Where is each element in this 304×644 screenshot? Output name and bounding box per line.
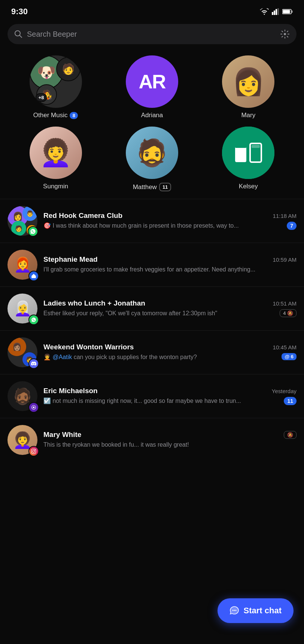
svg-rect-14 — [252, 145, 260, 148]
chat-list: 👩 👨 🧑 +8 Red Hook Camera Club 11:18 AM 🎯… — [0, 199, 304, 462]
wonton-badge: @ 6 — [282, 353, 297, 360]
status-bar: 9:30 — [0, 0, 304, 20]
svg-line-8 — [19, 35, 22, 37]
kelsey-label: Kelsey — [239, 183, 258, 190]
stories-row-1: 🐶 🧑 🧑‍🎤 +8 Other Music 8 AR Adriana — [0, 52, 304, 127]
settings-icon[interactable] — [280, 29, 290, 39]
mary-white-content: Mary White 🔕 This is the ryokan we booke… — [43, 431, 297, 449]
stories-row-2: 👩‍🦱 Sungmin 🧔 Matthew 11 — [0, 127, 304, 199]
chat-item-wonton[interactable]: 👩🏽 🧑 Weekend Wonton Warriors 10:45 AM 🧑‍… — [0, 330, 304, 374]
ladies-whatsapp-icon — [28, 315, 39, 325]
stephanie-name: Stephanie Mead — [43, 255, 98, 264]
search-icon — [14, 30, 22, 38]
start-chat-label: Start chat — [244, 606, 282, 616]
status-icons — [260, 8, 293, 15]
status-time: 9:30 — [11, 7, 28, 16]
svg-point-15 — [33, 407, 35, 408]
battery-icon — [282, 9, 293, 15]
wifi-icon — [260, 8, 269, 15]
wonton-name: Weekend Wonton Warriors — [43, 343, 134, 351]
story-sungmin[interactable]: 👩‍🦱 Sungmin — [26, 127, 86, 190]
mary-avatar: 👩 — [222, 55, 274, 108]
svg-point-19 — [232, 610, 233, 611]
red-hook-name: Red Hook Camera Club — [43, 212, 122, 220]
svg-rect-2 — [276, 9, 277, 15]
eric-badge: 11 — [284, 397, 297, 405]
mary-label: Mary — [241, 112, 255, 119]
mary-white-avatar-wrapper: 👩‍🦱 — [7, 425, 37, 455]
ladies-lunch-avatar-wrapper: 👩‍🦳 — [7, 294, 37, 323]
svg-point-9 — [284, 33, 286, 35]
chat-item-stephanie[interactable]: 👩‍🦰 Stephanie Mead 10:59 AM I'll grab so… — [0, 243, 304, 286]
start-chat-button[interactable]: Start chat — [218, 598, 294, 623]
stephanie-preview: I'll grab some groceries to make fresh v… — [43, 265, 297, 274]
other-music-badge: 8 — [70, 112, 78, 119]
svg-rect-16 — [31, 449, 36, 453]
mary-white-preview: This is the ryokan we booked in fu... it… — [43, 441, 297, 449]
other-music-avatar: 🐶 🧑 🧑‍🎤 +8 — [30, 55, 82, 108]
ladies-lunch-name: Ladies who Lunch + Jonathan — [43, 299, 145, 307]
story-other-music[interactable]: 🐶 🧑 🧑‍🎤 +8 Other Music 8 — [26, 55, 86, 119]
stephanie-time: 10:59 AM — [273, 256, 297, 263]
ladies-lunch-content: Ladies who Lunch + Jonathan 10:51 AM Est… — [43, 299, 297, 318]
beeper-icon — [28, 271, 39, 281]
svg-point-20 — [234, 610, 235, 611]
sungmin-label: Sungmin — [43, 183, 68, 190]
eric-name: Eric Michaelson — [43, 387, 98, 395]
eric-avatar-wrapper: 🧔🏾 — [7, 381, 37, 411]
story-matthew[interactable]: 🧔 Matthew 11 — [122, 127, 182, 191]
instagram-icon — [28, 446, 39, 456]
kelsey-avatar — [222, 127, 274, 179]
svg-rect-0 — [272, 12, 273, 15]
whatsapp-icon — [28, 226, 38, 237]
red-hook-badge: 7 — [287, 222, 297, 230]
stephanie-content: Stephanie Mead 10:59 AM I'll grab some g… — [43, 255, 297, 274]
mary-white-name: Mary White — [43, 431, 81, 439]
chat-item-ladies-lunch[interactable]: 👩‍🦳 Ladies who Lunch + Jonathan 10:51 AM… — [0, 286, 304, 330]
matthew-label: Matthew 11 — [133, 183, 171, 191]
other-music-label: Other Music 8 — [33, 112, 78, 119]
matthew-avatar: 🧔 — [126, 127, 178, 179]
adriana-initials: AR — [139, 70, 165, 93]
stephanie-avatar-wrapper: 👩‍🦰 — [7, 250, 37, 280]
chat-bubble-icon — [229, 606, 239, 616]
svg-point-21 — [235, 610, 236, 611]
eric-content: Eric Michaelson Yesterday ☑️ not much is… — [43, 387, 297, 405]
wonton-time: 10:45 AM — [273, 344, 297, 350]
svg-point-10 — [222, 127, 274, 179]
eric-time: Yesterday — [272, 388, 297, 394]
story-mary[interactable]: 👩 Mary — [218, 55, 278, 119]
story-adriana[interactable]: AR Adriana — [122, 55, 182, 119]
svg-rect-3 — [277, 8, 279, 15]
search-input-placeholder: Search Beeper — [27, 30, 276, 39]
red-hook-time: 11:18 AM — [273, 213, 297, 219]
svg-rect-13 — [235, 143, 246, 148]
search-bar[interactable]: Search Beeper — [7, 24, 297, 44]
chat-item-eric[interactable]: 🧔🏾 Eric Michaelson Yesterday ☑️ not much… — [0, 374, 304, 418]
svg-point-18 — [34, 450, 35, 450]
red-hook-content: Red Hook Camera Club 11:18 AM 🎯 I was th… — [43, 212, 297, 230]
red-hook-preview: 🎯 I was think about how much grain is pr… — [43, 222, 284, 230]
eric-preview: ☑️ not much is missing right now, it... … — [43, 397, 281, 405]
wonton-preview: 🧑‍🦱 @Aatik can you pick up supplies for … — [43, 353, 279, 361]
mary-white-badge: 🔕 — [284, 431, 297, 439]
svg-point-17 — [33, 450, 35, 452]
matthew-badge: 11 — [159, 183, 171, 191]
fab-area: Start chat — [218, 598, 294, 623]
ladies-lunch-badge: 4 🔕 — [280, 309, 297, 317]
discord-icon — [28, 358, 39, 369]
wonton-content: Weekend Wonton Warriors 10:45 AM 🧑‍🦱 @Aa… — [43, 343, 297, 361]
svg-rect-6 — [283, 10, 290, 13]
eric-messenger-icon — [28, 402, 39, 413]
red-hook-avatar-wrapper: 👩 👨 🧑 +8 — [7, 206, 37, 236]
ladies-lunch-time: 10:51 AM — [273, 300, 297, 307]
svg-rect-5 — [292, 10, 293, 13]
adriana-label: Adriana — [141, 112, 163, 119]
svg-rect-1 — [274, 10, 275, 15]
chat-item-red-hook[interactable]: 👩 👨 🧑 +8 Red Hook Camera Club 11:18 AM 🎯… — [0, 199, 304, 243]
group-plus-badge: +8 — [36, 93, 47, 102]
chat-item-mary-white[interactable]: 👩‍🦱 Mary White 🔕 This is the ryokan we b… — [0, 418, 304, 462]
signal-icon — [272, 8, 279, 15]
sungmin-avatar: 👩‍🦱 — [30, 127, 82, 179]
story-kelsey[interactable]: Kelsey — [218, 127, 278, 190]
